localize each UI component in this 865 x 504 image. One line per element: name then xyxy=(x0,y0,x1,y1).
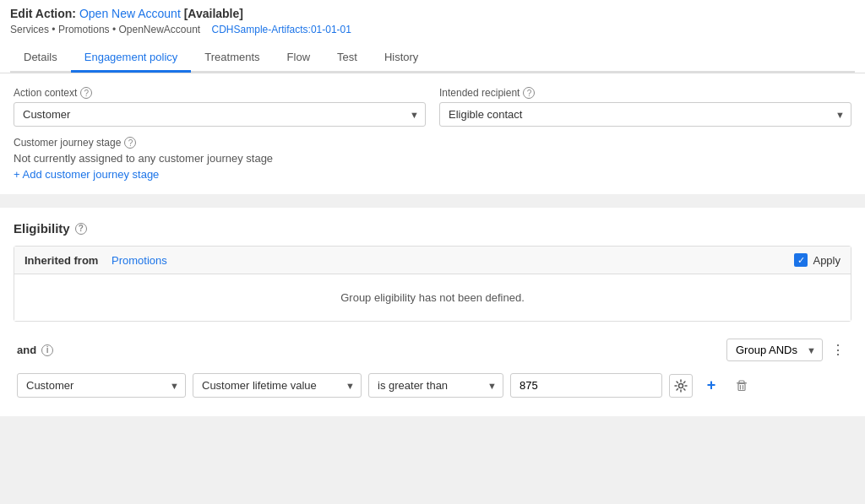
svg-point-0 xyxy=(679,383,683,387)
inherited-box: Inherited from Promotions Apply Group el… xyxy=(14,246,851,322)
group-ands-wrapper: Group ANDs ▼ ⋮ xyxy=(726,339,848,361)
action-name: Open New Account xyxy=(79,7,181,20)
edit-action-title: Edit Action: Open New Account [Available… xyxy=(10,7,855,24)
and-row: and i Group ANDs ▼ ⋮ xyxy=(14,332,851,368)
spacer xyxy=(0,194,865,208)
and-label: and i xyxy=(17,344,53,356)
breadcrumb: Services • Promotions • OpenNewAccount C… xyxy=(10,24,855,41)
tab-test[interactable]: Test xyxy=(324,44,371,73)
engagement-section: Action context ? Customer ▼ Intended rec… xyxy=(0,73,865,194)
condition-settings-button[interactable] xyxy=(669,374,693,398)
tab-history[interactable]: History xyxy=(371,44,432,73)
edit-action-prefix: Edit Action: xyxy=(10,7,76,20)
inherited-link[interactable]: Promotions xyxy=(112,254,167,267)
tab-details[interactable]: Details xyxy=(10,44,71,73)
group-ands-select[interactable]: Group ANDs xyxy=(726,339,823,361)
add-journey-link[interactable]: + Add customer journey stage xyxy=(14,168,851,181)
top-bar: Edit Action: Open New Account [Available… xyxy=(0,0,865,73)
condition-value-input[interactable] xyxy=(510,373,662,398)
breadcrumb-link[interactable]: CDHSample-Artifacts:01-01-01 xyxy=(212,24,351,35)
tab-treatments[interactable]: Treatments xyxy=(191,44,273,73)
customer-journey-section: Customer journey stage ? Not currently a… xyxy=(14,137,851,181)
eligibility-help-icon[interactable]: ? xyxy=(75,223,87,235)
empty-message: Group eligibility has not been defined. xyxy=(14,274,851,321)
customer-journey-help-icon[interactable]: ? xyxy=(124,137,136,149)
action-context-label: Action context ? xyxy=(14,87,426,99)
condition-add-button[interactable]: + xyxy=(699,374,723,398)
condition-field2-select[interactable]: Customer lifetime value xyxy=(193,373,362,398)
inherited-header: Inherited from Promotions Apply xyxy=(14,247,851,274)
apply-checkbox[interactable] xyxy=(794,253,808,267)
condition-delete-button[interactable] xyxy=(730,374,753,398)
action-context-help-icon[interactable]: ? xyxy=(80,87,92,99)
action-context-group: Action context ? Customer ▼ xyxy=(14,87,426,127)
and-info-icon[interactable]: i xyxy=(41,344,53,356)
intended-recipient-label: Intended recipient ? xyxy=(439,87,851,99)
customer-journey-text: Not currently assigned to any customer j… xyxy=(14,152,851,165)
svg-rect-2 xyxy=(738,383,745,390)
tab-engagement-policy[interactable]: Engagement policy xyxy=(71,44,192,73)
condition-operator-select[interactable]: is greater than xyxy=(368,373,503,398)
intended-recipient-group: Intended recipient ? Eligible contact ▼ xyxy=(439,87,851,127)
apply-group: Apply xyxy=(794,253,841,267)
inherited-label: Inherited from Promotions xyxy=(24,254,167,267)
customer-journey-label: Customer journey stage ? xyxy=(14,137,851,149)
dots-menu-button[interactable]: ⋮ xyxy=(828,340,848,360)
action-context-select[interactable]: Customer xyxy=(14,102,426,127)
intended-recipient-select[interactable]: Eligible contact xyxy=(439,102,851,127)
eligibility-section: Eligibility ? Inherited from Promotions … xyxy=(0,208,865,416)
condition-field1-select[interactable]: Customer xyxy=(17,373,186,398)
action-status: [Available] xyxy=(184,7,243,20)
condition-row: Customer ▼ Customer lifetime value ▼ is … xyxy=(14,368,851,403)
breadcrumb-text: Services • Promotions • OpenNewAccount xyxy=(10,24,200,35)
tab-flow[interactable]: Flow xyxy=(274,44,324,73)
content: Action context ? Customer ▼ Intended rec… xyxy=(0,73,865,504)
eligibility-title: Eligibility ? xyxy=(14,221,851,236)
tabs: Details Engagement policy Treatments Flo… xyxy=(10,44,855,73)
apply-label: Apply xyxy=(813,254,841,267)
intended-recipient-help-icon[interactable]: ? xyxy=(523,87,535,99)
